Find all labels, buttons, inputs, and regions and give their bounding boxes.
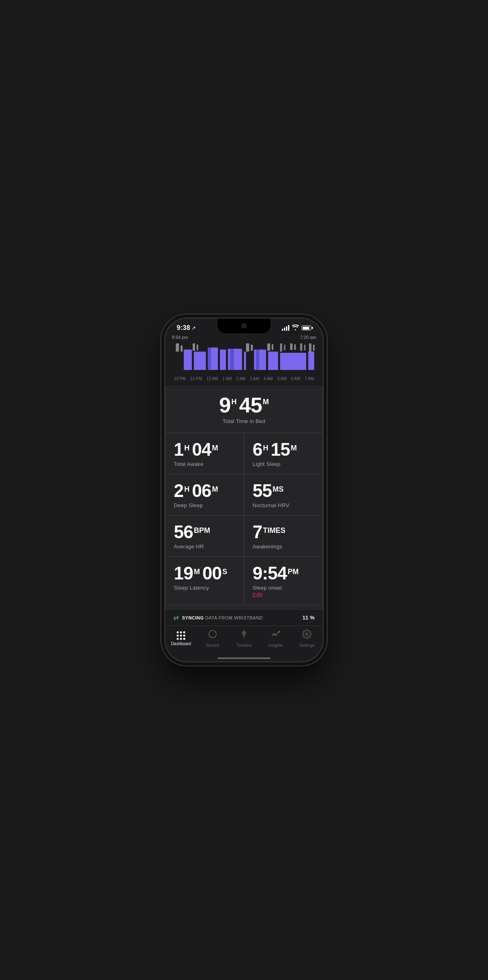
avg-hr-value: 56: [174, 523, 193, 541]
total-minutes-value: 45: [239, 394, 262, 416]
sleep-onset-value: 9:54: [253, 564, 287, 582]
deep-sleep-label: Deep Sleep: [174, 502, 235, 508]
latency-m-sup: M: [194, 568, 200, 576]
svg-rect-10: [290, 343, 293, 350]
light-sleep-m-sup: M: [291, 444, 297, 452]
stats-row-4: 19 M 00 S Sleep Latency 9:54 PM Sleep on…: [165, 557, 323, 605]
tab-bar: Dashboard Record: [165, 626, 323, 656]
chart-label-8: 6 AM: [291, 376, 300, 381]
signal-bar-3: [286, 326, 287, 331]
chart-labels: 10 PM 11 PM 12 AM 1 AM 2 AM 3 AM 4 AM 5 …: [172, 376, 316, 381]
svg-rect-25: [308, 352, 314, 370]
avg-hr-label: Average HR: [174, 543, 235, 550]
camera: [242, 323, 246, 328]
svg-rect-7: [272, 344, 273, 350]
sync-percent: 11 %: [302, 615, 315, 621]
svg-point-29: [209, 630, 216, 638]
awake-label: Total Awake: [174, 461, 235, 467]
notch: [217, 318, 271, 333]
svg-rect-26: [208, 347, 211, 370]
signal-bar-1: [282, 329, 283, 331]
chart-label-9: 7 AM: [305, 376, 314, 381]
svg-rect-14: [309, 343, 311, 352]
svg-rect-28: [256, 350, 260, 370]
chart-section: 9:54 pm 7:20 am: [165, 332, 323, 386]
awake-m-sup: M: [212, 444, 218, 452]
signal-bar-2: [284, 327, 285, 331]
chart-area: [172, 341, 316, 374]
tab-dashboard-label: Dashboard: [171, 641, 191, 646]
sleep-latency-cell: 19 M 00 S Sleep Latency: [165, 557, 244, 605]
latency-minutes: 19: [174, 564, 193, 582]
signal-bars: [282, 325, 289, 331]
svg-rect-5: [251, 345, 253, 351]
light-sleep-label: Light Sleep: [253, 461, 314, 467]
chart-start-time: 9:54 pm: [172, 335, 188, 340]
awake-minutes: 04: [192, 441, 211, 459]
deep-sleep-m-sup: M: [212, 485, 218, 494]
svg-rect-19: [220, 350, 226, 370]
stats-row-3: 56 BPM Average HR 7 TIMES Awakenings: [165, 515, 323, 557]
tab-insights[interactable]: Insights: [260, 629, 291, 648]
sleep-onset-stat: 9:54 PM: [253, 564, 314, 582]
tab-record[interactable]: Record: [197, 629, 228, 648]
hrv-value: 55: [253, 482, 272, 500]
awakenings-cell: 7 TIMES Awakenings: [244, 515, 323, 557]
edit-button[interactable]: Edit: [253, 592, 314, 598]
svg-rect-6: [267, 343, 270, 351]
total-time-stat: 9 H 45 M: [174, 394, 314, 416]
tab-settings[interactable]: Settings: [291, 629, 323, 648]
hrv-cell: 55 MS Nocturnal HRV: [244, 474, 323, 515]
stats-row-5: 7:20 AM Wake up time: [165, 605, 323, 609]
chart-label-5: 3 AM: [250, 376, 259, 381]
chart-label-1: 11 PM: [190, 376, 202, 381]
settings-icon: [302, 629, 312, 641]
wake-up-cell: 7:20 AM Wake up time: [165, 605, 323, 609]
sleep-latency-label: Sleep Latency: [174, 585, 235, 591]
sync-text: SYNCING DATA FROM WRISTBAND: [182, 615, 263, 620]
awake-cell: 1 H 04 M Total Awake: [165, 433, 244, 474]
svg-rect-27: [230, 349, 234, 370]
svg-rect-16: [184, 350, 192, 370]
stats-row-2: 2 H 06 M Deep Sleep 55 MS Nocturnal HRV: [165, 474, 323, 515]
svg-point-36: [275, 635, 277, 636]
awakenings-label: Awakenings: [253, 543, 314, 550]
light-sleep-h-sup: H: [263, 444, 268, 452]
deep-sleep-hours: 2: [174, 482, 183, 500]
avg-hr-sup: BPM: [194, 526, 210, 535]
latency-s-sup: S: [222, 568, 227, 576]
sync-bold: SYNCING: [182, 615, 204, 620]
svg-rect-8: [280, 343, 282, 352]
tab-timeline[interactable]: Timeline: [228, 629, 260, 648]
chart-label-6: 4 AM: [264, 376, 273, 381]
svg-point-37: [279, 631, 280, 633]
chart-end-time: 7:20 am: [300, 335, 316, 340]
chart-label-3: 1 AM: [222, 376, 232, 381]
svg-rect-17: [194, 352, 206, 370]
svg-rect-1: [181, 345, 183, 352]
tab-insights-label: Insights: [268, 643, 282, 648]
avg-hr-stat: 56 BPM: [174, 523, 235, 541]
svg-rect-23: [268, 352, 278, 370]
total-time-label: Total Time in Bed: [174, 418, 314, 424]
status-time: 9:38: [177, 324, 190, 332]
wifi-icon: [292, 325, 299, 332]
hrv-stat: 55 MS: [253, 482, 314, 500]
svg-rect-2: [193, 343, 195, 351]
status-icons: [282, 325, 311, 332]
battery-fill: [303, 327, 309, 330]
location-icon: ↗: [191, 325, 196, 331]
main-content[interactable]: 9 H 45 M Total Time in Bed 1 H 04 M Tota…: [165, 386, 323, 609]
deep-sleep-stat: 2 H 06 M: [174, 482, 235, 500]
screen: 9:38 ↗: [165, 318, 323, 662]
chart-label-7: 5 AM: [277, 376, 286, 381]
chart-label-2: 12 AM: [206, 376, 218, 381]
awake-stat: 1 H 04 M: [174, 441, 235, 459]
chart-times: 9:54 pm 7:20 am: [172, 335, 316, 340]
svg-rect-15: [313, 345, 315, 351]
sync-bar: ⇄ SYNCING DATA FROM WRISTBAND 11 %: [165, 609, 323, 626]
deep-sleep-h-sup: H: [184, 485, 189, 494]
total-time-card: 9 H 45 M Total Time in Bed: [165, 386, 323, 433]
tab-dashboard[interactable]: Dashboard: [165, 631, 197, 646]
phone-shell: 9:38 ↗: [164, 318, 324, 662]
